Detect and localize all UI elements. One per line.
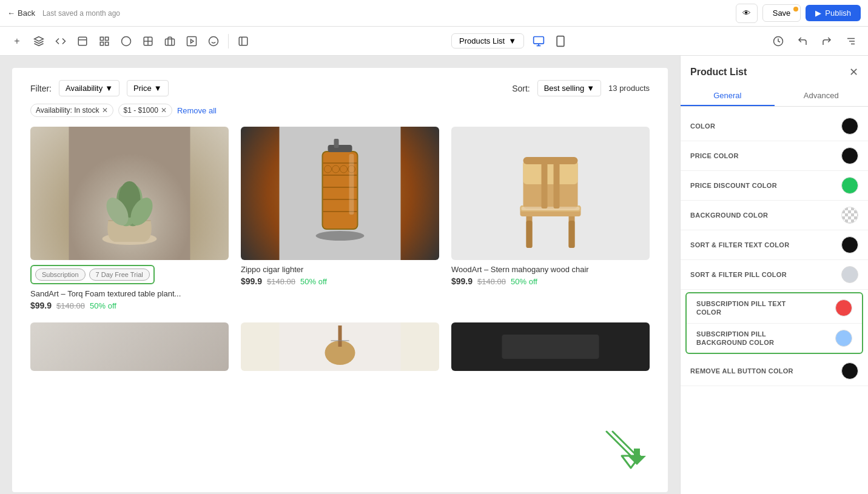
svg-rect-3 [100,37,103,40]
svg-rect-6 [106,42,109,45]
product-card-2: Zippo cigar lighter $99.9 $148.08 50% of… [241,127,439,310]
panel-tabs: General Advanced [681,86,868,107]
color-swatch-color[interactable] [841,118,858,135]
svg-rect-47 [328,145,352,152]
top-bar-right: 👁 Save ▶ Publish [736,4,861,23]
svg-rect-54 [527,221,533,248]
container-icon[interactable] [160,32,180,51]
desktop-view-icon[interactable] [529,32,548,51]
product-card-5 [241,322,439,371]
availability-filter[interactable]: Availability ▼ [59,80,119,96]
product-pricing-2: $99.9 $148.08 50% off [241,276,439,286]
color-swatch-sort-pill[interactable] [841,266,858,283]
product-image-2 [241,127,439,260]
product-pricing-3: $99.9 $148.08 50% off [451,276,650,286]
color-row-sort-pill: SORT & FILTER PILL COLOR [681,260,868,290]
layers-icon[interactable] [29,32,49,51]
panel-header: Product List ✕ [681,56,868,79]
unsaved-dot [793,7,798,12]
back-label: Back [18,8,35,18]
color-swatch-remove[interactable] [841,362,858,379]
toolbar-right [769,32,861,51]
color-row-sub-bg: SUBSCRIPTION PILL BACKGROUND COLOR [687,324,862,353]
toolbar-separator [228,34,229,48]
product-image-3 [451,127,650,260]
color-swatch-discount[interactable] [841,177,858,194]
product-name-2: Zippo cigar lighter [241,265,439,274]
svg-rect-1 [78,37,87,45]
color-row-sort-text: SORT & FILTER TEXT COLOR [681,230,868,260]
tab-advanced[interactable]: Advanced [775,86,869,106]
remove-price-tag[interactable]: ✕ [161,106,167,115]
publish-button[interactable]: ▶ Publish [806,5,861,21]
history-icon[interactable] [769,32,788,51]
svg-marker-13 [191,39,194,43]
color-swatch-price[interactable] [841,147,858,164]
remove-availability-tag[interactable]: ✕ [102,106,108,115]
svg-rect-61 [542,163,548,209]
emoji-icon[interactable] [204,32,223,51]
filter-tag-availability: Availability: In stock ✕ [30,104,113,117]
toolbar-center: Products List ▼ [255,32,766,51]
color-row-price: PRICE COLOR [681,141,868,171]
product-image-4 [30,322,229,371]
subscription-pill: Subscription [35,269,86,281]
svg-point-50 [316,231,365,241]
filter-bar: Filter: Availability ▼ Price ▼ Sort: Bes… [30,80,650,96]
color-swatch-sort-text[interactable] [841,236,858,253]
panel-title: Product List [690,67,747,78]
product-image-5 [241,322,439,371]
products-grid-bottom [30,322,650,371]
page-selector[interactable]: Products List ▼ [451,33,524,48]
panel-content: COLOR PRICE COLOR PRICE DISCOUNT COLOR B… [681,107,868,494]
preview-button[interactable]: 👁 [736,4,758,23]
mobile-view-icon[interactable] [551,32,570,51]
subscription-highlight-section: SUBSCRIPTION PILL TEXT COLOR SUBSCRIPTIO… [685,292,863,354]
color-swatch-sub-bg[interactable] [835,330,852,347]
right-panel: Product List ✕ General Advanced COLOR PR… [680,56,868,494]
svg-rect-66 [338,325,342,347]
color-row-color: COLOR [681,112,868,141]
color-swatch-sub-text[interactable] [835,299,852,316]
filter-tag-price: $1 - $1000 ✕ [118,104,172,117]
product-card-1: Subscription 7 Day Free Trial SandArt – … [30,127,229,310]
settings-icon[interactable] [841,32,861,51]
block-icon[interactable] [95,32,114,51]
products-grid: Subscription 7 Day Free Trial SandArt – … [30,127,650,310]
redo-icon[interactable] [817,32,836,51]
sidebar-toggle-icon[interactable] [234,32,253,51]
play-icon: ▶ [815,8,821,18]
video-icon[interactable] [182,32,201,51]
color-swatch-background[interactable] [841,207,858,224]
remove-all-link[interactable]: Remove all [177,106,217,115]
code-icon[interactable] [51,32,70,51]
save-button[interactable]: Save [762,4,801,22]
chevron-down-icon: ▼ [508,36,516,45]
close-icon[interactable]: ✕ [849,65,858,79]
view-icons [529,32,570,51]
sort-select[interactable]: Best selling ▼ [537,80,601,96]
eye-icon: 👁 [742,8,750,18]
tab-general[interactable]: General [681,86,775,106]
top-bar: ← Back Last saved a month ago 👁 Save ▶ P… [0,0,868,27]
color-row-sub-text: SUBSCRIPTION PILL TEXT COLOR [687,293,862,324]
circle-icon[interactable] [116,32,136,51]
main-layout: Filter: Availability ▼ Price ▼ Sort: Bes… [0,56,868,494]
add-icon[interactable]: + [7,32,27,51]
price-filter[interactable]: Price ▼ [127,80,169,96]
color-row-background: BACKGROUND COLOR [681,201,868,230]
sort-label: Sort: [512,84,530,93]
canvas-inner: Filter: Availability ▼ Price ▼ Sort: Bes… [12,68,668,492]
undo-icon[interactable] [793,32,812,51]
product-pricing-1: $99.9 $148.08 50% off [30,301,229,310]
svg-rect-63 [523,157,578,164]
toolbar: + Products List ▼ [0,27,868,56]
svg-rect-12 [187,36,197,45]
svg-rect-69 [502,335,599,359]
back-button[interactable]: ← Back [7,8,35,18]
section-icon[interactable] [73,32,92,51]
svg-rect-11 [166,39,175,45]
back-arrow-icon: ← [7,8,15,18]
layout-icon[interactable] [138,32,158,51]
svg-rect-4 [106,37,109,40]
